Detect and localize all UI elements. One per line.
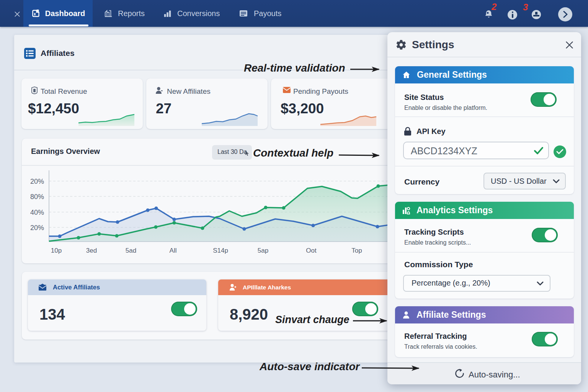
svg-text:S14p: S14p: [213, 247, 228, 254]
svg-text:3ed: 3ed: [86, 247, 97, 254]
svg-text:20%: 20%: [30, 178, 44, 185]
svg-text:40%: 40%: [30, 209, 44, 216]
svg-text:All: All: [170, 247, 177, 254]
svg-text:Oot: Oot: [306, 247, 317, 254]
svg-text:80%: 80%: [30, 193, 44, 201]
svg-text:5ap: 5ap: [258, 247, 268, 254]
svg-text:Top: Top: [351, 247, 362, 254]
svg-text:5ad: 5ad: [126, 247, 136, 254]
svg-text:20%: 20%: [30, 224, 44, 232]
svg-text:10p: 10p: [51, 247, 62, 254]
